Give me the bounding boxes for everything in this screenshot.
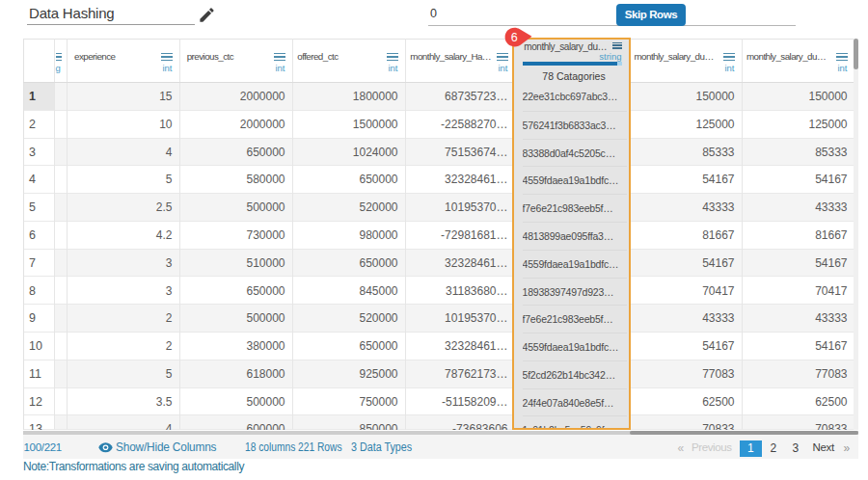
svg-text:6: 6 bbox=[511, 31, 518, 44]
